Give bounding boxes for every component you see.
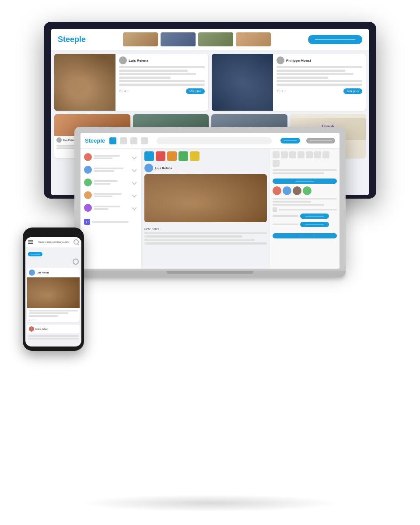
right-icon-3 [289, 151, 296, 158]
sidebar-special-lines [92, 221, 138, 223]
phone-post-stats: 2 ♡ 4 ♡ [27, 318, 80, 322]
sidebar-chevron-4 [132, 192, 136, 197]
nav-home-icon[interactable] [109, 137, 116, 144]
sidebar-avatar-3 [84, 178, 92, 186]
sidebar-avatar-2 [84, 166, 92, 174]
right-panel-button-main[interactable]: ────────── [273, 233, 337, 238]
sidebar-item-1[interactable] [82, 151, 140, 163]
right-panel-lines-3: ────────── ────────── [273, 214, 337, 229]
monitor-thumbnails [123, 32, 271, 46]
post-type-orange-icon[interactable] [167, 151, 177, 161]
phone-post-card: Luis Relena 2 ♡ 4 ♡ [27, 268, 80, 322]
main-post-author: Luis Relena [144, 164, 267, 172]
content-line [119, 84, 205, 86]
phone-header: Toutes mes communautés [25, 237, 81, 247]
thumbnail-4[interactable] [236, 32, 271, 46]
sidebar-line [94, 168, 123, 169]
phone-search-icon[interactable] [74, 239, 79, 245]
post-avatar-1 [119, 56, 127, 64]
right-line [273, 224, 298, 225]
phone-notch [42, 232, 64, 235]
right-icon-4 [298, 151, 304, 158]
nav-chat-icon[interactable] [120, 137, 127, 144]
right-avatar-1 [273, 186, 281, 195]
phone-button-row: ────── [25, 247, 81, 259]
laptop-search-bar[interactable] [157, 137, 271, 144]
phone-post-header: Luis Relena [27, 268, 80, 277]
sidebar-item-2[interactable] [82, 164, 140, 175]
content-line [276, 77, 328, 79]
phone-post-image [27, 277, 80, 308]
post-type-blue-icon[interactable] [144, 151, 154, 161]
thumbnail-3[interactable] [198, 32, 233, 46]
main-line [144, 232, 267, 234]
phone-line [29, 315, 58, 317]
right-icon-6 [314, 151, 321, 158]
sidebar-chevron-3 [132, 180, 136, 185]
content-line [119, 77, 171, 79]
sidebar-avatar-5 [84, 204, 92, 212]
sidebar-line [92, 221, 129, 223]
hamburger-icon[interactable] [28, 240, 33, 244]
right-icon-7 [322, 151, 329, 158]
sidebar-line [94, 155, 120, 157]
sidebar-line [94, 170, 114, 172]
right-line [273, 204, 324, 206]
post-type-green-icon[interactable] [178, 151, 188, 161]
main-line [144, 239, 255, 241]
post-stats-2: 2♡ 4♡ [276, 90, 286, 93]
sidebar-item-lines-4 [94, 193, 131, 197]
monitor-logo: Steeple [58, 35, 86, 44]
post-image-2 [212, 54, 273, 111]
phone-post-lines [27, 308, 80, 318]
phone-screen: Toutes mes communautés ────── [25, 237, 81, 346]
sidebar-line [94, 158, 112, 159]
post-image-1 [54, 54, 116, 111]
laptop-logo: Steeple [85, 137, 105, 144]
sidebar-item-5[interactable] [82, 202, 140, 214]
monitor-post-card-2: Philippe Monst [212, 54, 366, 111]
phone-content: Toutes mes communautés ────── [25, 237, 81, 346]
right-line [273, 201, 311, 203]
phone-action-button[interactable]: ────── [28, 252, 42, 256]
right-line [273, 172, 324, 174]
right-action-button-1[interactable]: ────────── [300, 214, 329, 219]
voir-plus-button-2[interactable]: Voir plus [343, 88, 362, 94]
laptop-right-panel: ────────── [270, 149, 340, 269]
post-type-red-icon[interactable] [156, 151, 165, 161]
right-avatar-4 [303, 186, 312, 195]
right-icon-2 [281, 151, 288, 158]
sidebar-item-special[interactable]: ↩ [82, 217, 140, 227]
phone-post-avatar [29, 270, 35, 276]
post-type-yellow-icon[interactable] [190, 151, 200, 161]
mini-avatar-1 [56, 137, 62, 143]
nav-profile-icon[interactable] [141, 137, 148, 144]
content-line [276, 70, 345, 72]
right-icon-1 [273, 151, 280, 158]
sidebar-item-lines-5 [94, 206, 131, 210]
sidebar-item-4[interactable] [82, 189, 140, 201]
menu-bar [28, 243, 33, 244]
laptop-action-button[interactable]: ────── [280, 138, 301, 144]
laptop-main: Luis Relena Note notes [142, 149, 270, 269]
right-panel-button-1[interactable]: ────────── [273, 178, 337, 184]
main-post-lines [144, 232, 267, 245]
sidebar-item-3[interactable] [82, 177, 140, 188]
camera-icon[interactable] [73, 259, 79, 265]
phone-commenter-name: Marie Julliaz [35, 328, 48, 330]
monitor-action-button[interactable]: ───────────── [308, 35, 362, 44]
right-action-button-2[interactable]: ────────── [300, 222, 329, 227]
nav-bell-icon[interactable] [130, 137, 137, 144]
laptop-nav [109, 137, 148, 144]
voir-plus-button-1[interactable]: Voir plus [186, 88, 205, 94]
sidebar-item-lines-1 [94, 155, 131, 159]
thumbnail-1[interactable] [123, 32, 158, 46]
main-post-author-name: Luis Relena [155, 167, 172, 170]
right-row: ────────── [273, 214, 337, 219]
mini-author-name-1: Eva Palec [63, 139, 75, 141]
phone-line [29, 312, 68, 314]
laptop-secondary-button[interactable]: ────────── [306, 138, 335, 144]
lock-icon [273, 207, 277, 212]
right-line [273, 198, 337, 200]
thumbnail-2[interactable] [161, 32, 196, 46]
